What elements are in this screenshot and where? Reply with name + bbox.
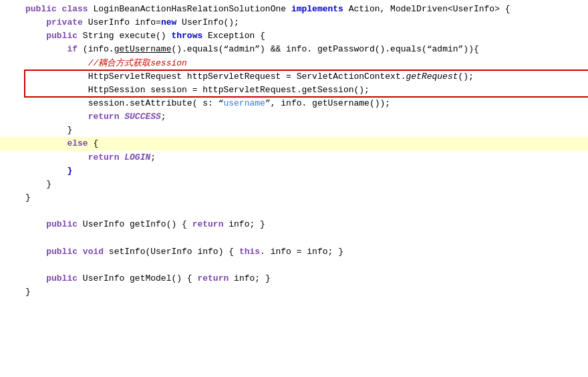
line-content: } <box>24 124 588 137</box>
line-content: public UserInfo getInfo() { return info;… <box>24 218 588 231</box>
code-line <box>0 259 588 272</box>
code-editor: public class LoginBeanActionHasRelationS… <box>0 0 588 301</box>
line-content: else { <box>24 137 588 150</box>
code-line: public void setInfo(UserInfo info) { thi… <box>0 245 588 259</box>
code-line <box>0 231 588 245</box>
code-line: return LOGIN; <box>0 151 588 164</box>
code-line: if (info.getUsername().equals(“admin”) &… <box>0 43 588 56</box>
line-content <box>24 205 588 218</box>
line-content: public UserInfo getModel() { return info… <box>24 272 588 285</box>
code-container: public class LoginBeanActionHasRelationS… <box>0 3 588 299</box>
line-content: return LOGIN; <box>24 151 588 164</box>
line-content: } <box>24 164 588 178</box>
code-line: public String execute() throws Exception… <box>0 29 588 43</box>
code-line: private UserInfo info=new UserInfo(); <box>0 16 588 29</box>
code-line: } <box>0 191 588 205</box>
line-content: public class LoginBeanActionHasRelationS… <box>24 3 588 16</box>
code-line: } <box>0 124 588 137</box>
code-line: public UserInfo getInfo() { return info;… <box>0 218 588 231</box>
line-content: public void setInfo(UserInfo info) { thi… <box>24 245 588 259</box>
line-content: HttpSession session = httpServletRequest… <box>24 84 588 97</box>
code-line: HttpServletRequest httpServletRequest = … <box>0 70 588 84</box>
line-content: } <box>24 191 588 205</box>
line-content: } <box>24 285 588 299</box>
code-line: public UserInfo getModel() { return info… <box>0 272 588 285</box>
code-line: else { <box>0 137 588 150</box>
line-content: } <box>24 178 588 191</box>
code-line: public class LoginBeanActionHasRelationS… <box>0 3 588 16</box>
code-line: } <box>0 178 588 191</box>
code-line <box>0 205 588 218</box>
line-content: session.setAttribute( s: “username”, inf… <box>24 97 588 110</box>
line-content: //耦合方式获取session <box>24 57 588 70</box>
code-line: HttpSession session = httpServletRequest… <box>0 84 588 97</box>
code-line: } <box>0 164 588 178</box>
line-content: public String execute() throws Exception… <box>24 29 588 43</box>
line-content <box>24 231 588 245</box>
code-line: return SUCCESS; <box>0 110 588 124</box>
line-content: HttpServletRequest httpServletRequest = … <box>24 70 588 84</box>
line-content: private UserInfo info=new UserInfo(); <box>24 16 588 29</box>
code-line: session.setAttribute( s: “username”, inf… <box>0 97 588 110</box>
line-content <box>24 259 588 272</box>
line-content: if (info.getUsername().equals(“admin”) &… <box>24 43 588 56</box>
code-line: } <box>0 285 588 299</box>
line-content: return SUCCESS; <box>24 110 588 124</box>
code-line: //耦合方式获取session <box>0 57 588 70</box>
